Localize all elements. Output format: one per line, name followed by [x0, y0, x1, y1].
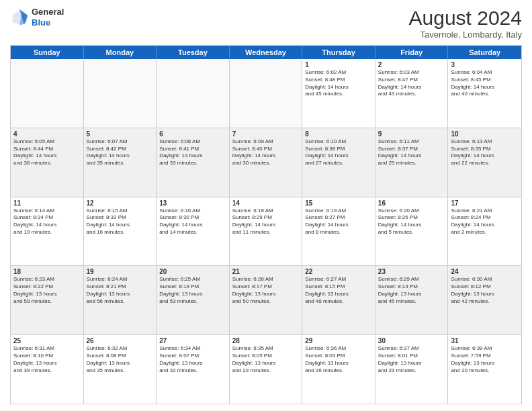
cell-content: Sunrise: 6:05 AM Sunset: 8:44 PM Dayligh… [13, 138, 81, 167]
title-block: August 2024 Tavernole, Lombardy, Italy [409, 7, 522, 40]
day-number: 8 [305, 130, 372, 138]
day-number: 9 [378, 130, 445, 138]
cell-content: Sunrise: 6:23 AM Sunset: 8:22 PM Dayligh… [13, 276, 81, 305]
cell-content: Sunrise: 6:34 AM Sunset: 8:07 PM Dayligh… [159, 345, 226, 374]
cell-content: Sunrise: 6:20 AM Sunset: 8:26 PM Dayligh… [378, 208, 445, 236]
calendar-cell-4-6: 23Sunrise: 6:29 AM Sunset: 8:14 PM Dayli… [375, 266, 449, 334]
calendar-cell-2-1: 4Sunrise: 6:05 AM Sunset: 8:44 PM Daylig… [11, 128, 84, 197]
cell-content: Sunrise: 6:21 AM Sunset: 8:24 PM Dayligh… [451, 208, 519, 236]
cell-content: Sunrise: 6:03 AM Sunset: 8:47 PM Dayligh… [378, 69, 445, 98]
header-monday: Monday [84, 46, 157, 59]
calendar: Sunday Monday Tuesday Wednesday Thursday… [10, 45, 522, 404]
day-number: 19 [87, 268, 154, 275]
calendar-cell-3-1: 11Sunrise: 6:14 AM Sunset: 8:34 PM Dayli… [11, 197, 84, 266]
header-tuesday: Tuesday [157, 46, 230, 59]
calendar-cell-2-6: 9Sunrise: 6:11 AM Sunset: 8:37 PM Daylig… [375, 128, 449, 197]
day-number: 26 [87, 337, 154, 345]
cell-content: Sunrise: 6:09 AM Sunset: 8:40 PM Dayligh… [232, 138, 300, 167]
calendar-cell-4-3: 20Sunrise: 6:25 AM Sunset: 8:19 PM Dayli… [157, 266, 230, 334]
day-number: 20 [159, 268, 226, 275]
calendar-cell-5-5: 29Sunrise: 6:36 AM Sunset: 8:03 PM Dayli… [302, 335, 375, 404]
calendar-cell-1-4 [230, 59, 303, 128]
calendar-cell-2-2: 5Sunrise: 6:07 AM Sunset: 8:42 PM Daylig… [84, 128, 157, 197]
calendar-cell-4-4: 21Sunrise: 6:26 AM Sunset: 8:17 PM Dayli… [230, 266, 303, 334]
day-number: 31 [451, 337, 519, 345]
calendar-cell-3-7: 17Sunrise: 6:21 AM Sunset: 8:24 PM Dayli… [448, 197, 521, 266]
calendar-cell-5-4: 28Sunrise: 6:35 AM Sunset: 8:05 PM Dayli… [230, 335, 303, 404]
day-number: 21 [232, 268, 300, 275]
day-number: 11 [13, 199, 81, 207]
header-thursday: Thursday [302, 46, 375, 59]
day-number: 28 [232, 337, 300, 345]
day-number: 30 [378, 337, 445, 345]
day-number: 24 [451, 268, 519, 275]
cell-content: Sunrise: 6:07 AM Sunset: 8:42 PM Dayligh… [87, 138, 154, 167]
cell-content: Sunrise: 6:37 AM Sunset: 8:01 PM Dayligh… [378, 345, 445, 374]
calendar-cell-5-3: 27Sunrise: 6:34 AM Sunset: 8:07 PM Dayli… [157, 335, 230, 404]
cell-content: Sunrise: 6:36 AM Sunset: 8:03 PM Dayligh… [305, 345, 372, 374]
calendar-cell-1-1 [11, 59, 84, 128]
logo-text: General Blue [32, 7, 64, 28]
day-number: 22 [305, 268, 372, 275]
day-number: 27 [159, 337, 226, 345]
calendar-cell-1-7: 3Sunrise: 6:04 AM Sunset: 8:45 PM Daylig… [448, 59, 521, 128]
day-number: 12 [87, 199, 154, 207]
calendar-cell-5-6: 30Sunrise: 6:37 AM Sunset: 8:01 PM Dayli… [375, 335, 449, 404]
day-number: 23 [378, 268, 445, 275]
calendar-cell-5-1: 25Sunrise: 6:31 AM Sunset: 8:10 PM Dayli… [11, 335, 84, 404]
calendar-cell-1-6: 2Sunrise: 6:03 AM Sunset: 8:47 PM Daylig… [375, 59, 449, 128]
calendar-row-3: 11Sunrise: 6:14 AM Sunset: 8:34 PM Dayli… [11, 197, 521, 267]
day-number: 6 [159, 130, 226, 138]
day-number: 10 [451, 130, 519, 138]
calendar-cell-1-2 [84, 59, 157, 128]
day-number: 25 [13, 337, 81, 345]
calendar-row-1: 1Sunrise: 6:02 AM Sunset: 8:48 PM Daylig… [11, 59, 521, 128]
day-number: 4 [13, 130, 81, 138]
calendar-cell-1-5: 1Sunrise: 6:02 AM Sunset: 8:48 PM Daylig… [302, 59, 375, 128]
header-wednesday: Wednesday [230, 46, 303, 59]
day-number: 13 [159, 199, 226, 207]
calendar-cell-2-5: 8Sunrise: 6:10 AM Sunset: 8:38 PM Daylig… [302, 128, 375, 197]
cell-content: Sunrise: 6:19 AM Sunset: 8:27 PM Dayligh… [305, 208, 372, 236]
cell-content: Sunrise: 6:30 AM Sunset: 8:12 PM Dayligh… [451, 276, 519, 305]
day-number: 3 [451, 61, 519, 68]
calendar-cell-2-3: 6Sunrise: 6:08 AM Sunset: 8:41 PM Daylig… [157, 128, 230, 197]
cell-content: Sunrise: 6:15 AM Sunset: 8:32 PM Dayligh… [87, 208, 154, 236]
calendar-cell-3-4: 14Sunrise: 6:18 AM Sunset: 8:29 PM Dayli… [230, 197, 303, 266]
cell-content: Sunrise: 6:13 AM Sunset: 8:35 PM Dayligh… [451, 138, 519, 167]
header-friday: Friday [375, 46, 449, 59]
calendar-row-4: 18Sunrise: 6:23 AM Sunset: 8:22 PM Dayli… [11, 266, 521, 335]
header-saturday: Saturday [448, 46, 521, 59]
calendar-cell-3-2: 12Sunrise: 6:15 AM Sunset: 8:32 PM Dayli… [84, 197, 157, 266]
calendar-cell-3-6: 16Sunrise: 6:20 AM Sunset: 8:26 PM Dayli… [375, 197, 449, 266]
cell-content: Sunrise: 6:02 AM Sunset: 8:48 PM Dayligh… [305, 69, 372, 98]
cell-content: Sunrise: 6:16 AM Sunset: 8:30 PM Dayligh… [159, 208, 226, 236]
cell-content: Sunrise: 6:27 AM Sunset: 8:15 PM Dayligh… [305, 276, 372, 305]
calendar-cell-1-3 [157, 59, 230, 128]
cell-content: Sunrise: 6:08 AM Sunset: 8:41 PM Dayligh… [159, 138, 226, 167]
calendar-cell-3-3: 13Sunrise: 6:16 AM Sunset: 8:30 PM Dayli… [157, 197, 230, 266]
cell-content: Sunrise: 6:10 AM Sunset: 8:38 PM Dayligh… [305, 138, 372, 167]
day-number: 15 [305, 199, 372, 207]
cell-content: Sunrise: 6:39 AM Sunset: 7:59 PM Dayligh… [451, 345, 519, 374]
calendar-cell-4-2: 19Sunrise: 6:24 AM Sunset: 8:21 PM Dayli… [84, 266, 157, 334]
month-year: August 2024 [409, 7, 522, 30]
calendar-body: 1Sunrise: 6:02 AM Sunset: 8:48 PM Daylig… [11, 59, 521, 404]
day-number: 29 [305, 337, 372, 345]
logo-icon [10, 8, 29, 27]
day-number: 18 [13, 268, 81, 275]
day-number: 5 [87, 130, 154, 138]
calendar-cell-3-5: 15Sunrise: 6:19 AM Sunset: 8:27 PM Dayli… [302, 197, 375, 266]
cell-content: Sunrise: 6:26 AM Sunset: 8:17 PM Dayligh… [232, 276, 300, 305]
day-number: 16 [378, 199, 445, 207]
cell-content: Sunrise: 6:31 AM Sunset: 8:10 PM Dayligh… [13, 345, 81, 374]
calendar-row-2: 4Sunrise: 6:05 AM Sunset: 8:44 PM Daylig… [11, 128, 521, 197]
calendar-cell-5-2: 26Sunrise: 6:32 AM Sunset: 8:08 PM Dayli… [84, 335, 157, 404]
cell-content: Sunrise: 6:25 AM Sunset: 8:19 PM Dayligh… [159, 276, 226, 305]
header-sunday: Sunday [11, 46, 84, 59]
calendar-cell-2-7: 10Sunrise: 6:13 AM Sunset: 8:35 PM Dayli… [448, 128, 521, 197]
cell-content: Sunrise: 6:35 AM Sunset: 8:05 PM Dayligh… [232, 345, 300, 374]
calendar-cell-4-1: 18Sunrise: 6:23 AM Sunset: 8:22 PM Dayli… [11, 266, 84, 334]
header: General Blue August 2024 Tavernole, Lomb… [10, 7, 522, 40]
calendar-cell-5-7: 31Sunrise: 6:39 AM Sunset: 7:59 PM Dayli… [448, 335, 521, 404]
